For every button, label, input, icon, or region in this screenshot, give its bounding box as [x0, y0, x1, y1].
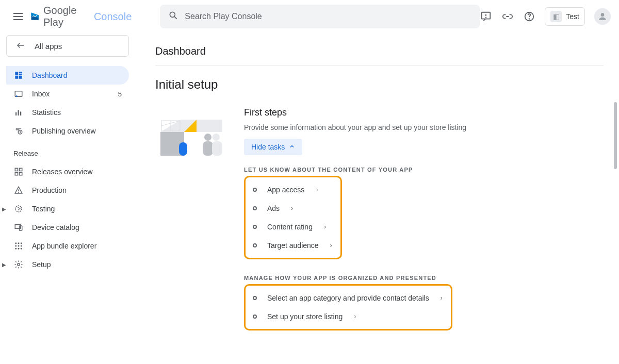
sidebar-item-device-catalog[interactable]: Device catalog: [6, 218, 129, 237]
chevron-right-icon: ▶: [2, 206, 6, 212]
topbar: Google Play Console ◧ Test: [0, 0, 619, 33]
play-console-logo-icon: [30, 10, 40, 23]
svg-point-31: [15, 242, 17, 244]
feedback-icon[interactable]: [480, 10, 492, 23]
svg-point-15: [16, 95, 18, 97]
first-steps-heading: First steps: [244, 107, 619, 118]
hide-tasks-button[interactable]: Hide tasks: [244, 139, 302, 155]
sidebar-item-production[interactable]: Production: [6, 181, 129, 200]
task-status-icon: [253, 315, 257, 319]
task-app-access[interactable]: App access›: [248, 180, 335, 199]
task-target-audience[interactable]: Target audience›: [248, 236, 335, 255]
main-content: Dashboard Initial setup: [134, 33, 619, 364]
task-content-rating[interactable]: Content rating›: [248, 218, 335, 236]
svg-line-1: [174, 16, 177, 19]
task-ads[interactable]: Ads›: [248, 199, 335, 218]
task-store-listing[interactable]: Set up your store listing›: [248, 307, 446, 326]
task-group-manage: Select an app category and provide conta…: [244, 284, 452, 330]
chevron-up-icon: [289, 143, 295, 151]
svg-point-46: [213, 134, 220, 141]
svg-point-36: [21, 245, 22, 247]
testing-icon: [13, 204, 24, 214]
task-label: Set up your store listing: [267, 312, 343, 321]
task-app-category[interactable]: Select an app category and provide conta…: [248, 289, 446, 307]
chevron-right-icon: ›: [441, 294, 443, 302]
sidebar-item-app-bundle[interactable]: App bundle explorer: [6, 237, 129, 255]
task-status-icon: [253, 243, 257, 247]
chevron-right-icon: ›: [291, 205, 293, 212]
svg-rect-18: [20, 112, 21, 116]
svg-point-39: [21, 248, 22, 250]
scrollbar[interactable]: [614, 102, 617, 169]
svg-rect-23: [20, 168, 22, 171]
sidebar-item-statistics[interactable]: Statistics: [6, 103, 129, 122]
task-group-label-manage: MANAGE HOW YOUR APP IS ORGANIZED AND PRE…: [244, 275, 619, 281]
illustration: [155, 110, 227, 162]
svg-rect-16: [15, 112, 17, 115]
sidebar-item-label: App bundle explorer: [32, 242, 96, 250]
link-icon[interactable]: [501, 10, 514, 23]
svg-point-27: [19, 192, 19, 192]
device-icon: [13, 222, 24, 233]
task-label: Content rating: [267, 223, 313, 231]
search-input[interactable]: [185, 12, 471, 21]
sidebar-item-label: Releases overview: [32, 168, 93, 176]
dashboard-icon: [13, 70, 24, 80]
all-apps-label: All apps: [35, 42, 62, 51]
sidebar-item-label: Device catalog: [32, 223, 79, 231]
inbox-icon: [13, 89, 24, 99]
avatar[interactable]: [594, 8, 611, 25]
svg-point-7: [601, 13, 605, 16]
logo-text-secondary: Console: [94, 11, 132, 23]
svg-point-40: [18, 263, 20, 266]
sidebar-item-inbox[interactable]: Inbox 5: [6, 85, 129, 103]
logo[interactable]: Google Play Console: [30, 5, 132, 28]
svg-point-32: [18, 242, 20, 244]
svg-rect-11: [19, 74, 22, 75]
task-status-icon: [253, 206, 257, 210]
chevron-right-icon: ›: [324, 223, 326, 230]
sidebar-item-dashboard[interactable]: Dashboard: [6, 66, 129, 85]
sidebar-item-label: Testing: [32, 205, 55, 213]
svg-rect-10: [19, 72, 22, 73]
chevron-right-icon: ›: [354, 313, 356, 320]
svg-rect-47: [203, 141, 213, 156]
svg-point-4: [486, 17, 486, 18]
task-label: Target audience: [267, 241, 319, 250]
chevron-right-icon: ▶: [2, 262, 6, 268]
sidebar-item-publishing[interactable]: Publishing overview: [6, 122, 129, 140]
svg-rect-44: [179, 142, 187, 156]
sidebar-item-testing[interactable]: ▶ Testing: [6, 200, 129, 218]
svg-point-0: [170, 12, 175, 17]
search-box[interactable]: [160, 5, 480, 28]
sidebar-item-releases-overview[interactable]: Releases overview: [6, 162, 129, 181]
svg-point-45: [204, 134, 211, 141]
all-apps-button[interactable]: All apps: [6, 35, 129, 57]
hide-tasks-label: Hide tasks: [251, 143, 285, 151]
sidebar-item-setup[interactable]: ▶ Setup: [6, 255, 129, 274]
task-status-icon: [253, 225, 257, 229]
releases-icon: [13, 167, 24, 177]
publishing-icon: [13, 126, 24, 136]
svg-rect-12: [15, 76, 18, 79]
help-icon[interactable]: [523, 10, 535, 23]
svg-rect-24: [15, 173, 18, 175]
app-selector-label: Test: [566, 12, 579, 21]
bundle-icon: [13, 241, 24, 251]
sidebar-item-label: Inbox: [32, 90, 50, 98]
app-selector-button[interactable]: ◧ Test: [545, 7, 585, 26]
task-group-label-content: LET US KNOW ABOUT THE CONTENT OF YOUR AP…: [244, 167, 619, 173]
gear-icon: [13, 259, 24, 270]
svg-rect-9: [15, 72, 18, 75]
svg-rect-25: [20, 173, 22, 175]
sidebar-item-label: Dashboard: [32, 71, 68, 79]
sidebar-item-label: Publishing overview: [32, 127, 96, 135]
svg-point-34: [15, 245, 17, 247]
sidebar-item-label: Statistics: [32, 108, 61, 117]
hamburger-menu-icon[interactable]: [12, 10, 24, 23]
android-icon: ◧: [550, 11, 562, 22]
section-title: Initial setup: [155, 66, 619, 107]
svg-point-35: [18, 245, 20, 247]
logo-text-primary: Google Play: [43, 5, 91, 28]
task-status-icon: [253, 296, 257, 300]
